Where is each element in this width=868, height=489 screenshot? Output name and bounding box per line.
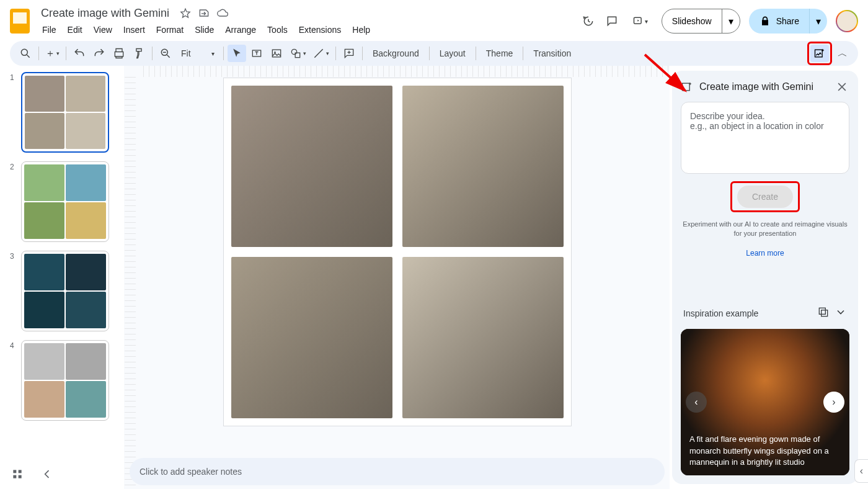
collapse-icon[interactable]: ︿ bbox=[833, 45, 852, 62]
slides-logo[interactable] bbox=[10, 9, 30, 34]
create-button-highlight: Create bbox=[730, 181, 800, 212]
canvas-area[interactable]: Click to add speaker notes bbox=[124, 66, 670, 489]
svg-rect-4 bbox=[272, 50, 280, 57]
menu-format[interactable]: Format bbox=[151, 22, 188, 37]
svg-rect-9 bbox=[683, 83, 690, 91]
copy-icon[interactable] bbox=[817, 306, 830, 320]
inspiration-text: A fit and flare evening gown made of mon… bbox=[689, 434, 841, 468]
shape-icon[interactable]: ▾ bbox=[287, 45, 309, 62]
slide-thumbnail[interactable] bbox=[21, 161, 109, 242]
slide-canvas[interactable] bbox=[224, 78, 571, 426]
select-tool-icon[interactable] bbox=[228, 45, 246, 62]
gemini-button-highlight bbox=[807, 42, 832, 65]
menu-edit[interactable]: Edit bbox=[63, 22, 87, 37]
svg-rect-10 bbox=[822, 310, 828, 316]
comments-icon[interactable] bbox=[604, 14, 619, 29]
menu-view[interactable]: View bbox=[89, 22, 117, 37]
svg-rect-0 bbox=[634, 17, 642, 24]
menubar: FileEditViewInsertFormatSlideArrangeTool… bbox=[37, 22, 375, 37]
menu-extensions[interactable]: Extensions bbox=[294, 22, 346, 37]
paint-format-icon[interactable] bbox=[130, 45, 148, 62]
toolbar: ＋▾ Fit▾ ▾ ▾ Background Layout Theme Tran… bbox=[10, 41, 858, 66]
prompt-input[interactable]: Describe your idea. e.g., an object in a… bbox=[681, 102, 849, 174]
theme-button[interactable]: Theme bbox=[480, 48, 520, 58]
side-panel-toggle[interactable]: ‹ bbox=[854, 459, 868, 483]
svg-rect-16 bbox=[19, 475, 22, 478]
slide-thumbnail[interactable] bbox=[21, 340, 109, 421]
background-button[interactable]: Background bbox=[366, 48, 425, 58]
learn-more-link[interactable]: Learn more bbox=[681, 249, 849, 258]
menu-help[interactable]: Help bbox=[347, 22, 375, 37]
speaker-notes[interactable]: Click to add speaker notes bbox=[130, 458, 665, 485]
history-icon[interactable] bbox=[581, 14, 596, 29]
grid-view-icon[interactable] bbox=[10, 467, 25, 482]
slide-image[interactable] bbox=[231, 257, 392, 418]
thumb-number: 3 bbox=[10, 251, 16, 331]
menu-file[interactable]: File bbox=[37, 22, 61, 37]
gemini-image-button[interactable] bbox=[810, 45, 829, 62]
textbox-icon[interactable] bbox=[247, 45, 266, 62]
slide-image[interactable] bbox=[231, 86, 392, 247]
slideshow-button[interactable]: Slideshow ▾ bbox=[662, 9, 740, 34]
svg-rect-11 bbox=[819, 308, 825, 314]
menu-arrange[interactable]: Arrange bbox=[220, 22, 261, 37]
gemini-panel: Create image with Gemini Describe your i… bbox=[672, 71, 858, 484]
prompt-placeholder-line2: e.g., an object in a location in color bbox=[690, 121, 840, 131]
slide-image[interactable] bbox=[402, 257, 564, 418]
thumb-number: 1 bbox=[10, 72, 16, 153]
panel-help-text: Experiment with our AI to create and rei… bbox=[681, 220, 849, 239]
print-icon[interactable] bbox=[110, 45, 128, 62]
ruler-horizontal bbox=[143, 66, 670, 77]
new-slide-button[interactable]: ＋▾ bbox=[43, 45, 62, 62]
present-icon[interactable]: ▾ bbox=[628, 14, 653, 29]
thumbnail-panel: 1234 bbox=[0, 66, 124, 489]
share-label: Share bbox=[776, 16, 799, 26]
inspiration-next[interactable]: › bbox=[823, 392, 844, 413]
prompt-placeholder-line1: Describe your idea. bbox=[690, 111, 840, 121]
redo-icon[interactable] bbox=[90, 45, 108, 62]
svg-point-6 bbox=[291, 49, 296, 54]
svg-rect-13 bbox=[13, 470, 16, 473]
lock-icon bbox=[759, 15, 771, 27]
share-caret[interactable]: ▾ bbox=[809, 9, 827, 34]
gemini-panel-icon bbox=[681, 81, 693, 93]
comment-add-icon[interactable] bbox=[340, 45, 358, 62]
star-icon[interactable] bbox=[179, 7, 192, 19]
thumb-number: 4 bbox=[10, 340, 16, 421]
ruler-vertical bbox=[125, 77, 136, 489]
share-button[interactable]: Share ▾ bbox=[749, 9, 827, 34]
inspiration-prev[interactable]: ‹ bbox=[686, 392, 707, 413]
chevron-down-icon[interactable] bbox=[835, 306, 847, 320]
slide-image[interactable] bbox=[402, 86, 564, 247]
menu-insert[interactable]: Insert bbox=[118, 22, 150, 37]
panel-title: Create image with Gemini bbox=[699, 81, 828, 92]
move-icon[interactable] bbox=[198, 7, 210, 19]
slideshow-caret[interactable]: ▾ bbox=[722, 9, 740, 33]
transition-button[interactable]: Transition bbox=[527, 48, 577, 58]
image-icon[interactable] bbox=[267, 45, 286, 62]
document-title[interactable]: Create image with Gemini bbox=[37, 6, 173, 21]
search-icon[interactable] bbox=[16, 45, 35, 62]
svg-rect-8 bbox=[815, 50, 823, 57]
cloud-icon[interactable] bbox=[216, 7, 229, 19]
close-icon[interactable] bbox=[835, 79, 849, 94]
slideshow-label: Slideshow bbox=[662, 9, 722, 33]
zoom-icon[interactable] bbox=[156, 45, 175, 62]
create-button[interactable]: Create bbox=[737, 186, 793, 208]
menu-slide[interactable]: Slide bbox=[190, 22, 219, 37]
layout-button[interactable]: Layout bbox=[433, 48, 472, 58]
menu-tools[interactable]: Tools bbox=[262, 22, 293, 37]
inspiration-title: Inspiration example bbox=[683, 308, 758, 318]
zoom-select[interactable]: Fit▾ bbox=[176, 48, 219, 58]
line-icon[interactable]: ▾ bbox=[310, 45, 332, 62]
svg-point-1 bbox=[21, 49, 27, 55]
slide-thumbnail[interactable] bbox=[21, 251, 109, 331]
thumb-number: 2 bbox=[10, 161, 16, 242]
slide-thumbnail[interactable] bbox=[21, 72, 109, 153]
svg-rect-14 bbox=[19, 470, 22, 473]
undo-icon[interactable] bbox=[70, 45, 89, 62]
account-avatar[interactable] bbox=[836, 10, 858, 32]
svg-rect-15 bbox=[13, 475, 16, 478]
chevron-left-icon[interactable] bbox=[40, 467, 55, 482]
inspiration-card[interactable]: ‹ › A fit and flare evening gown made of… bbox=[681, 329, 849, 475]
